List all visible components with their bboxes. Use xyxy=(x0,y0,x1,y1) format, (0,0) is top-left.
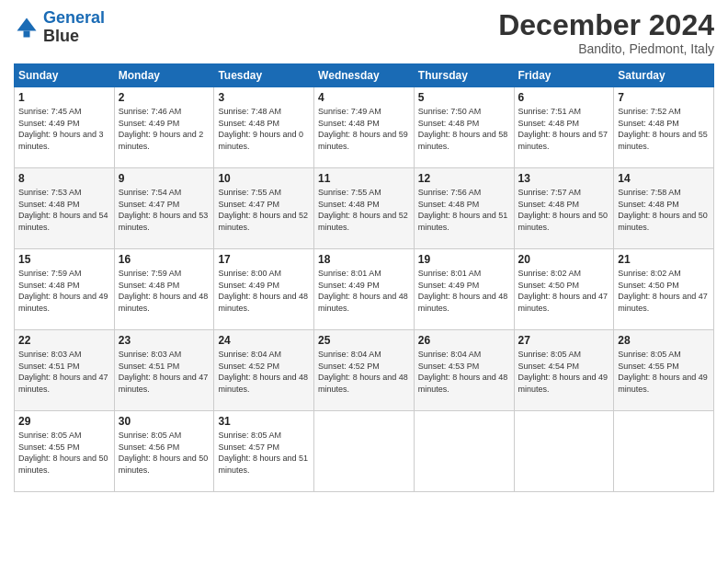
table-row: 14Sunrise: 7:58 AMSunset: 4:48 PMDayligh… xyxy=(614,168,714,249)
logo-line2: Blue xyxy=(43,28,105,46)
day-number: 6 xyxy=(518,91,610,104)
table-row xyxy=(514,411,614,492)
table-row: 9Sunrise: 7:54 AMSunset: 4:47 PMDaylight… xyxy=(114,168,214,249)
day-number: 19 xyxy=(418,253,510,266)
day-info: Sunrise: 8:05 AMSunset: 4:57 PMDaylight:… xyxy=(218,430,310,476)
col-wednesday: Wednesday xyxy=(314,64,415,87)
table-row: 24Sunrise: 8:04 AMSunset: 4:52 PMDayligh… xyxy=(214,330,314,411)
day-number: 18 xyxy=(318,253,410,266)
day-info: Sunrise: 7:45 AMSunset: 4:49 PMDaylight:… xyxy=(18,106,110,152)
day-number: 9 xyxy=(119,172,210,185)
table-row: 1Sunrise: 7:45 AMSunset: 4:49 PMDaylight… xyxy=(15,87,115,168)
calendar-row: 29Sunrise: 8:05 AMSunset: 4:55 PMDayligh… xyxy=(15,411,714,492)
day-number: 1 xyxy=(18,91,110,104)
table-row: 23Sunrise: 8:03 AMSunset: 4:51 PMDayligh… xyxy=(114,330,214,411)
day-info: Sunrise: 7:52 AMSunset: 4:48 PMDaylight:… xyxy=(618,106,710,152)
table-row xyxy=(414,411,514,492)
logo: General Blue xyxy=(14,9,105,46)
table-row: 19Sunrise: 8:01 AMSunset: 4:49 PMDayligh… xyxy=(414,249,514,330)
col-monday: Monday xyxy=(114,64,214,87)
day-info: Sunrise: 7:56 AMSunset: 4:48 PMDaylight:… xyxy=(418,187,510,233)
day-number: 3 xyxy=(218,91,310,104)
day-number: 15 xyxy=(18,253,110,266)
day-info: Sunrise: 7:58 AMSunset: 4:48 PMDaylight:… xyxy=(618,187,710,233)
day-info: Sunrise: 7:49 AMSunset: 4:48 PMDaylight:… xyxy=(318,106,410,152)
table-row: 30Sunrise: 8:05 AMSunset: 4:56 PMDayligh… xyxy=(114,411,214,492)
day-number: 22 xyxy=(18,334,110,347)
day-number: 20 xyxy=(518,253,610,266)
day-info: Sunrise: 8:05 AMSunset: 4:54 PMDaylight:… xyxy=(518,349,610,395)
table-row: 17Sunrise: 8:00 AMSunset: 4:49 PMDayligh… xyxy=(214,249,314,330)
day-info: Sunrise: 7:59 AMSunset: 4:48 PMDaylight:… xyxy=(119,268,210,314)
day-info: Sunrise: 8:02 AMSunset: 4:50 PMDaylight:… xyxy=(518,268,610,314)
table-row: 16Sunrise: 7:59 AMSunset: 4:48 PMDayligh… xyxy=(114,249,214,330)
day-number: 2 xyxy=(119,91,210,104)
day-number: 28 xyxy=(618,334,710,347)
day-info: Sunrise: 8:01 AMSunset: 4:49 PMDaylight:… xyxy=(318,268,410,314)
day-info: Sunrise: 7:54 AMSunset: 4:47 PMDaylight:… xyxy=(119,187,210,233)
day-info: Sunrise: 8:03 AMSunset: 4:51 PMDaylight:… xyxy=(119,349,210,395)
title-block: December 2024 Bandito, Piedmont, Italy xyxy=(498,9,714,56)
table-row: 2Sunrise: 7:46 AMSunset: 4:49 PMDaylight… xyxy=(114,87,214,168)
calendar-row: 22Sunrise: 8:03 AMSunset: 4:51 PMDayligh… xyxy=(15,330,714,411)
table-row xyxy=(614,411,714,492)
col-friday: Friday xyxy=(514,64,614,87)
day-info: Sunrise: 7:59 AMSunset: 4:48 PMDaylight:… xyxy=(18,268,110,314)
day-number: 10 xyxy=(218,172,310,185)
day-info: Sunrise: 7:55 AMSunset: 4:47 PMDaylight:… xyxy=(218,187,310,233)
day-info: Sunrise: 7:57 AMSunset: 4:48 PMDaylight:… xyxy=(518,187,610,233)
day-info: Sunrise: 7:51 AMSunset: 4:48 PMDaylight:… xyxy=(518,106,610,152)
day-number: 17 xyxy=(218,253,310,266)
day-number: 14 xyxy=(618,172,710,185)
day-info: Sunrise: 8:04 AMSunset: 4:53 PMDaylight:… xyxy=(418,349,510,395)
day-info: Sunrise: 8:05 AMSunset: 4:55 PMDaylight:… xyxy=(18,430,110,476)
svg-marker-0 xyxy=(17,17,37,30)
day-number: 11 xyxy=(318,172,410,185)
table-row: 4Sunrise: 7:49 AMSunset: 4:48 PMDaylight… xyxy=(314,87,415,168)
logo-text: General Blue xyxy=(43,9,105,46)
header: General Blue December 2024 Bandito, Pied… xyxy=(14,9,714,56)
table-row: 10Sunrise: 7:55 AMSunset: 4:47 PMDayligh… xyxy=(214,168,314,249)
day-number: 27 xyxy=(518,334,610,347)
table-row: 20Sunrise: 8:02 AMSunset: 4:50 PMDayligh… xyxy=(514,249,614,330)
table-row xyxy=(314,411,415,492)
day-info: Sunrise: 7:53 AMSunset: 4:48 PMDaylight:… xyxy=(18,187,110,233)
day-info: Sunrise: 7:48 AMSunset: 4:48 PMDaylight:… xyxy=(218,106,310,152)
table-row: 21Sunrise: 8:02 AMSunset: 4:50 PMDayligh… xyxy=(614,249,714,330)
table-row: 7Sunrise: 7:52 AMSunset: 4:48 PMDaylight… xyxy=(614,87,714,168)
table-row: 3Sunrise: 7:48 AMSunset: 4:48 PMDaylight… xyxy=(214,87,314,168)
day-info: Sunrise: 8:01 AMSunset: 4:49 PMDaylight:… xyxy=(418,268,510,314)
day-number: 30 xyxy=(119,415,210,428)
table-row: 15Sunrise: 7:59 AMSunset: 4:48 PMDayligh… xyxy=(15,249,115,330)
table-row: 22Sunrise: 8:03 AMSunset: 4:51 PMDayligh… xyxy=(15,330,115,411)
day-number: 12 xyxy=(418,172,510,185)
day-number: 29 xyxy=(18,415,110,428)
logo-line1: General xyxy=(43,8,105,27)
day-number: 21 xyxy=(618,253,710,266)
table-row: 31Sunrise: 8:05 AMSunset: 4:57 PMDayligh… xyxy=(214,411,314,492)
day-number: 26 xyxy=(418,334,510,347)
table-row: 28Sunrise: 8:05 AMSunset: 4:55 PMDayligh… xyxy=(614,330,714,411)
table-row: 13Sunrise: 7:57 AMSunset: 4:48 PMDayligh… xyxy=(514,168,614,249)
col-saturday: Saturday xyxy=(614,64,714,87)
svg-rect-1 xyxy=(24,30,30,37)
day-info: Sunrise: 8:04 AMSunset: 4:52 PMDaylight:… xyxy=(218,349,310,395)
table-row: 29Sunrise: 8:05 AMSunset: 4:55 PMDayligh… xyxy=(15,411,115,492)
table-row: 5Sunrise: 7:50 AMSunset: 4:48 PMDaylight… xyxy=(414,87,514,168)
table-row: 11Sunrise: 7:55 AMSunset: 4:48 PMDayligh… xyxy=(314,168,415,249)
calendar-row: 8Sunrise: 7:53 AMSunset: 4:48 PMDaylight… xyxy=(15,168,714,249)
day-info: Sunrise: 8:05 AMSunset: 4:56 PMDaylight:… xyxy=(119,430,210,476)
location-subtitle: Bandito, Piedmont, Italy xyxy=(498,41,714,56)
table-row: 26Sunrise: 8:04 AMSunset: 4:53 PMDayligh… xyxy=(414,330,514,411)
day-number: 5 xyxy=(418,91,510,104)
day-info: Sunrise: 8:04 AMSunset: 4:52 PMDaylight:… xyxy=(318,349,410,395)
day-info: Sunrise: 8:00 AMSunset: 4:49 PMDaylight:… xyxy=(218,268,310,314)
logo-icon xyxy=(14,15,40,40)
table-row: 8Sunrise: 7:53 AMSunset: 4:48 PMDaylight… xyxy=(15,168,115,249)
day-number: 16 xyxy=(119,253,210,266)
day-info: Sunrise: 8:02 AMSunset: 4:50 PMDaylight:… xyxy=(618,268,710,314)
calendar-table: Sunday Monday Tuesday Wednesday Thursday… xyxy=(14,63,714,492)
table-row: 18Sunrise: 8:01 AMSunset: 4:49 PMDayligh… xyxy=(314,249,415,330)
day-number: 23 xyxy=(119,334,210,347)
day-info: Sunrise: 7:46 AMSunset: 4:49 PMDaylight:… xyxy=(119,106,210,152)
